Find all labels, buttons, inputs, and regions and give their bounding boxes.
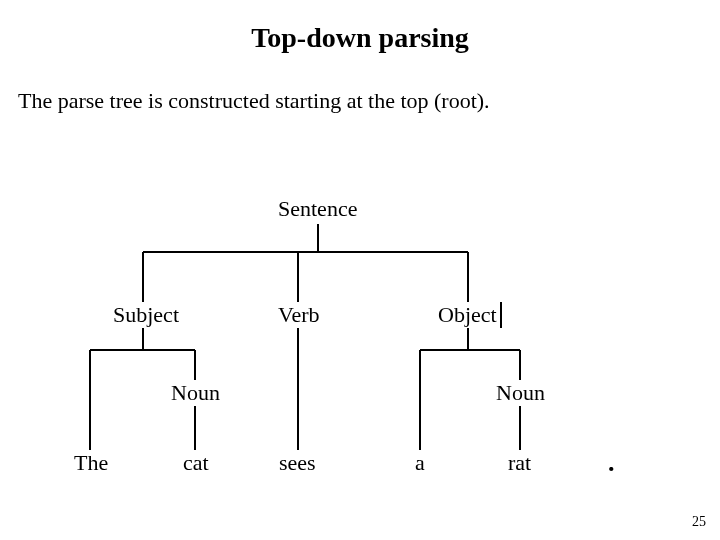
node-noun-right: Noun	[496, 380, 545, 406]
leaf-cat: cat	[183, 450, 209, 476]
leaf-rat: rat	[508, 450, 531, 476]
node-object: Object	[438, 302, 497, 328]
page-number: 25	[692, 514, 706, 530]
node-noun-left: Noun	[171, 380, 220, 406]
slide: Top-down parsing The parse tree is const…	[0, 0, 720, 540]
leaf-dot: .	[608, 448, 615, 478]
leaf-the: The	[74, 450, 108, 476]
node-subject: Subject	[113, 302, 179, 328]
node-sentence: Sentence	[278, 196, 357, 222]
node-verb: Verb	[278, 302, 320, 328]
leaf-sees: sees	[279, 450, 316, 476]
leaf-a: a	[415, 450, 425, 476]
